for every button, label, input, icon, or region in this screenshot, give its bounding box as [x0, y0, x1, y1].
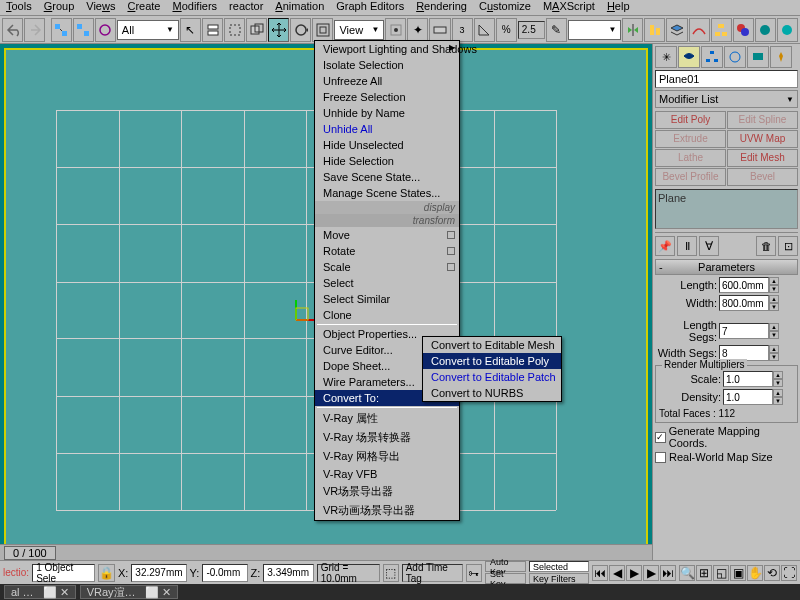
sub-nurbs[interactable]: Convert to NURBS [423, 385, 561, 401]
mod-extrude[interactable]: Extrude [655, 130, 726, 148]
cm-freeze-sel[interactable]: Freeze Selection [315, 89, 459, 105]
tab-display[interactable] [747, 46, 769, 68]
task-item-1[interactable]: al …⬜✕ [4, 585, 76, 599]
cm-select[interactable]: Select [315, 275, 459, 291]
manipulate-button[interactable]: ✦ [407, 18, 428, 42]
mod-bevel[interactable]: Bevel [727, 168, 798, 186]
modifier-stack[interactable]: Plane [655, 189, 798, 229]
lsegs-input[interactable] [719, 323, 769, 339]
sub-editable-patch[interactable]: Convert to Editable Patch [423, 369, 561, 385]
keyshort-button[interactable] [429, 18, 450, 42]
task-item-2[interactable]: VRay渲…⬜✕ [80, 585, 178, 599]
undo-button[interactable] [2, 18, 23, 42]
modifier-list-combo[interactable]: Modifier List▼ [655, 90, 798, 108]
cm-save-state[interactable]: Save Scene State... [315, 169, 459, 185]
config-button[interactable]: ⊡ [778, 236, 798, 256]
sub-editable-poly[interactable]: Convert to Editable Poly [423, 353, 561, 369]
mod-bevel-profile[interactable]: Bevel Profile [655, 168, 726, 186]
tab-utilities[interactable] [770, 46, 792, 68]
key-filters-button[interactable]: Key Filters [529, 573, 589, 584]
menu-customize[interactable]: Customize [479, 0, 531, 15]
cm-rotate[interactable]: Rotate [315, 243, 459, 259]
select-rect-button[interactable] [224, 18, 245, 42]
material-button[interactable] [733, 18, 754, 42]
real-world-checkbox[interactable]: Real-World Map Size [655, 451, 798, 463]
spinner-snap-value[interactable]: 2.5 [518, 21, 545, 39]
move-button[interactable] [268, 18, 289, 42]
menu-reactor[interactable]: reactor [229, 0, 263, 15]
render-button[interactable] [777, 18, 798, 42]
scale-button[interactable] [312, 18, 333, 42]
gen-mapping-checkbox[interactable]: ✓Generate Mapping Coords. [655, 425, 798, 449]
remove-mod-button[interactable]: 🗑 [756, 236, 776, 256]
cm-unfreeze-all[interactable]: Unfreeze All [315, 73, 459, 89]
width-input[interactable] [719, 295, 769, 311]
length-up[interactable]: ▲ [769, 277, 779, 285]
menu-help[interactable]: Help [607, 0, 630, 15]
unique-button[interactable]: ∀ [699, 236, 719, 256]
tab-hierarchy[interactable] [701, 46, 723, 68]
maximize-button[interactable]: ⛶ [781, 565, 797, 581]
key-icon[interactable]: 🗝 [466, 564, 482, 582]
tab-motion[interactable] [724, 46, 746, 68]
cm-select-similar[interactable]: Select Similar [315, 291, 459, 307]
select-button[interactable]: ↖ [180, 18, 201, 42]
mirror-button[interactable] [622, 18, 643, 42]
redo-button[interactable] [24, 18, 45, 42]
cm-clone[interactable]: Clone [315, 307, 459, 323]
menu-modifiers[interactable]: Modifiers [172, 0, 217, 15]
mod-lathe[interactable]: Lathe [655, 149, 726, 167]
named-sel-button[interactable]: ✎ [546, 18, 567, 42]
curve-editor-button[interactable] [689, 18, 710, 42]
window-cross-button[interactable] [246, 18, 267, 42]
link-button[interactable] [51, 18, 72, 42]
menu-views[interactable]: Views [86, 0, 115, 15]
menu-rendering[interactable]: Rendering [416, 0, 467, 15]
prev-frame-button[interactable]: ◀ [609, 565, 625, 581]
y-field[interactable]: -0.0mm [202, 564, 247, 582]
setkey-button[interactable]: Set Key [485, 573, 526, 584]
plane-object[interactable] [56, 110, 556, 510]
cm-vray-vfb[interactable]: V-Ray VFB [315, 466, 459, 482]
align-button[interactable] [644, 18, 665, 42]
percent-snap-button[interactable]: % [496, 18, 517, 42]
menu-create[interactable]: Create [127, 0, 160, 15]
play-button[interactable]: ▶ [626, 565, 642, 581]
x-field[interactable]: 32.297mm [131, 564, 186, 582]
rollout-parameters[interactable]: -Parameters [655, 259, 798, 275]
density-input[interactable] [723, 389, 773, 405]
unlink-button[interactable] [73, 18, 94, 42]
select-name-button[interactable] [202, 18, 223, 42]
z-field[interactable]: 3.349mm [263, 564, 313, 582]
time-slider[interactable]: 0 / 100 [0, 544, 652, 560]
snap-button[interactable]: 3 [452, 18, 473, 42]
scale-input[interactable] [723, 371, 773, 387]
cm-move[interactable]: Move [315, 227, 459, 243]
layers-button[interactable] [666, 18, 687, 42]
goto-start-button[interactable]: ⏮ [592, 565, 608, 581]
menu-grapheditors[interactable]: Graph Editors [336, 0, 404, 15]
cm-vr-scene-export[interactable]: VR场景导出器 [315, 482, 459, 501]
length-down[interactable]: ▼ [769, 285, 779, 293]
menu-maxscript[interactable]: MAXScript [543, 0, 595, 15]
zoom-button[interactable]: 🔍 [679, 565, 695, 581]
selection-filter-combo[interactable]: All▼ [117, 20, 179, 40]
rotate-button[interactable] [290, 18, 311, 42]
goto-end-button[interactable]: ⏭ [660, 565, 676, 581]
menu-group[interactable]: Group [44, 0, 75, 15]
length-input[interactable] [719, 277, 769, 293]
show-result-button[interactable]: Ⅱ [677, 236, 697, 256]
sub-editable-mesh[interactable]: Convert to Editable Mesh [423, 337, 561, 353]
tab-create[interactable]: ✳ [655, 46, 677, 68]
bind-button[interactable] [95, 18, 116, 42]
cm-vray-props[interactable]: V-Ray 属性 [315, 409, 459, 428]
cm-hide-sel[interactable]: Hide Selection [315, 153, 459, 169]
mod-uvwmap[interactable]: UVW Map [727, 130, 798, 148]
menu-animation[interactable]: Animation [275, 0, 324, 15]
zoom-all-button[interactable]: ⊞ [696, 565, 712, 581]
ref-coord-combo[interactable]: View▼ [334, 20, 384, 40]
key-mode-combo[interactable]: Selected [529, 561, 589, 572]
mod-edit-spline[interactable]: Edit Spline [727, 111, 798, 129]
cm-vr-anim-export[interactable]: VR动画场景导出器 [315, 501, 459, 520]
orbit-button[interactable]: ⟲ [764, 565, 780, 581]
